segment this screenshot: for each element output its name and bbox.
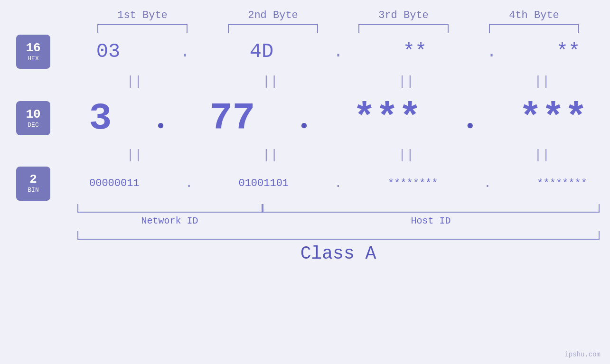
id-labels: Network ID Host ID [77, 215, 600, 226]
hex-dot-2: . [333, 42, 344, 62]
hex-badge-label: HEX [28, 55, 38, 63]
eq-2-4: || [490, 148, 594, 162]
hex-badge: 16 HEX [16, 35, 50, 69]
dec-values-row: 3 ● 77 ● *** ● *** [66, 97, 610, 140]
bracket-2 [228, 24, 318, 33]
dec-byte-3-group: *** [353, 97, 421, 140]
dec-badge-number: 10 [26, 108, 40, 121]
eq-1-2: || [218, 74, 322, 89]
dec-badge-label: DEC [28, 121, 38, 129]
hex-val-4: ** [556, 40, 580, 63]
hex-val-3: ** [403, 40, 427, 63]
hex-dot-1: . [180, 42, 190, 62]
dec-dot-1: ● [157, 119, 165, 133]
byte-header-1: 1st Byte [90, 9, 195, 21]
bin-val-3: ******** [388, 177, 438, 189]
class-bracket [77, 231, 600, 240]
eq-values-1: || || || || [66, 74, 610, 89]
bin-badge-number: 2 [29, 173, 37, 187]
host-id-bracket [263, 204, 600, 213]
hex-badge-cell: 16 HEX [0, 35, 66, 69]
hex-byte-1-group: 03 [96, 40, 120, 63]
eq-1-3: || [354, 74, 459, 89]
dec-byte-2-group: 77 [209, 97, 255, 140]
eq-row-2: || || || || [0, 144, 610, 166]
eq-1-4: || [490, 74, 594, 89]
hex-dot-3: . [487, 42, 497, 62]
branding: ipshu.com [564, 351, 601, 358]
bottom-brackets [77, 204, 600, 213]
bin-val-2: 01001101 [238, 177, 289, 189]
network-id-label: Network ID [77, 215, 263, 226]
main-container: 1st Byte 2nd Byte 3rd Byte 4th Byte 16 H… [0, 0, 610, 364]
dec-val-4: *** [519, 97, 587, 140]
eq-row-1: || || || || [0, 71, 610, 92]
hex-section: 16 HEX 03 . 4D . ** . ** [0, 33, 610, 71]
top-brackets [77, 24, 600, 33]
dec-val-3: *** [353, 97, 421, 140]
bin-val-4: ******** [537, 177, 587, 189]
bin-val-1: 00000011 [89, 177, 140, 189]
hex-badge-number: 16 [26, 41, 40, 55]
eq-values-2: || || || || [66, 148, 610, 162]
dec-val-1: 3 [89, 97, 112, 140]
bin-byte-3-group: ******** [388, 177, 438, 189]
eq-2-3: || [354, 148, 459, 162]
class-label: Class A [77, 243, 600, 264]
bin-badge: 2 BIN [16, 167, 50, 201]
bin-byte-4-group: ******** [537, 177, 587, 189]
bin-byte-2-group: 01001101 [238, 177, 289, 189]
bin-values-row: 00000011 . 01001101 . ******** . *******… [66, 176, 610, 191]
bracket-3 [358, 24, 449, 33]
dec-section: 10 DEC 3 ● 77 ● *** ● *** [0, 92, 610, 144]
hex-values-row: 03 . 4D . ** . ** [66, 40, 610, 63]
bracket-4 [489, 24, 579, 33]
dec-badge-cell: 10 DEC [0, 101, 66, 135]
bin-dot-3: . [484, 176, 492, 191]
eq-2-2: || [218, 148, 322, 162]
bin-dot-1: . [185, 176, 193, 191]
bin-byte-1-group: 00000011 [89, 177, 140, 189]
dec-badge: 10 DEC [16, 101, 50, 135]
dec-byte-4-group: *** [519, 97, 587, 140]
bracket-1 [97, 24, 188, 33]
dec-byte-1-group: 3 [89, 97, 112, 140]
hex-byte-2-group: 4D [250, 40, 273, 63]
byte-header-2: 2nd Byte [221, 9, 325, 21]
hex-val-2: 4D [250, 40, 273, 63]
network-id-bracket [77, 204, 263, 213]
byte-headers-row: 1st Byte 2nd Byte 3rd Byte 4th Byte [77, 9, 600, 21]
hex-byte-3-group: ** [403, 40, 427, 63]
bin-dot-2: . [334, 176, 342, 191]
hex-val-1: 03 [96, 40, 120, 63]
bin-badge-cell: 2 BIN [0, 167, 66, 201]
dec-val-2: 77 [209, 97, 255, 140]
eq-1-1: || [82, 74, 187, 89]
dec-dot-3: ● [467, 119, 474, 133]
byte-header-4: 4th Byte [482, 9, 586, 21]
dec-dot-2: ● [300, 119, 308, 133]
bin-section: 2 BIN 00000011 . 01001101 . ******** . *… [0, 166, 610, 201]
byte-header-3: 3rd Byte [351, 9, 456, 21]
bin-badge-label: BIN [28, 187, 38, 194]
eq-2-1: || [82, 148, 187, 162]
hex-byte-4-group: ** [556, 40, 580, 63]
host-id-label: Host ID [263, 215, 600, 226]
